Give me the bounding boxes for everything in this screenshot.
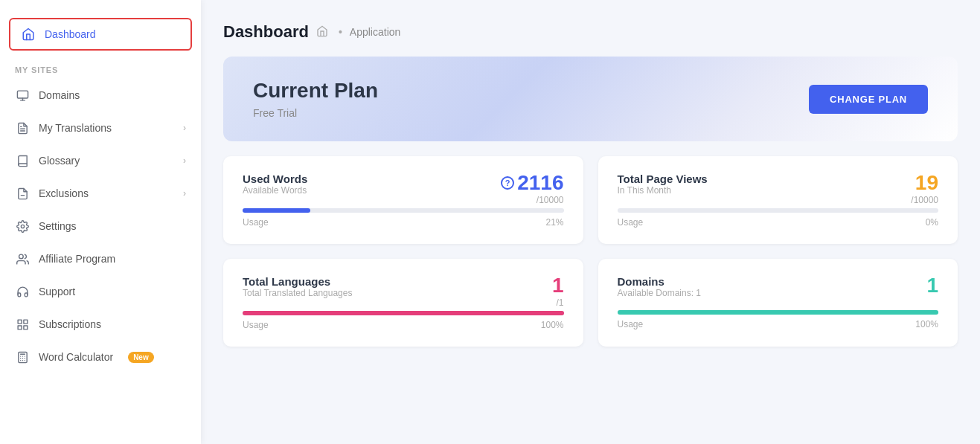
stat-label: Domains [618, 275, 702, 288]
stat-limit: /1 [556, 297, 563, 308]
stat-right: ? 2116 /10000 [501, 173, 563, 205]
svg-rect-11 [18, 325, 22, 329]
stat-card-used-words: Used Words Available Words ? 2116 /10000… [223, 156, 583, 244]
file-minus-icon [15, 186, 30, 201]
progress-track [618, 208, 939, 213]
progress-track [618, 310, 939, 315]
monitor-icon [15, 88, 30, 103]
stat-label: Total Page Views [618, 173, 708, 185]
sidebar-item-label: Dashboard [45, 28, 96, 40]
svg-rect-9 [23, 320, 27, 324]
usage-row: Usage 100% [243, 320, 564, 330]
usage-row: Usage 21% [243, 217, 564, 228]
stat-sublabel: In This Month [618, 185, 708, 196]
users-icon [15, 251, 30, 266]
svg-point-6 [21, 225, 24, 228]
main-content: Dashboard • Application Current Plan Fre… [201, 0, 980, 444]
home-icon [21, 27, 36, 42]
usage-pct: 21% [545, 217, 563, 228]
breadcrumb-separator [316, 25, 328, 39]
stat-right: 1 /1 [552, 275, 564, 308]
plan-info: Current Plan Free Trial [253, 79, 378, 119]
sidebar-item-label: Exclusions [39, 187, 89, 199]
usage-pct: 0% [926, 217, 938, 228]
sidebar-item-label: Settings [39, 220, 77, 232]
stat-sublabel: Available Words [243, 185, 307, 196]
sidebar-item-glossary[interactable]: Glossary › [0, 144, 201, 177]
usage-pct: 100% [915, 319, 938, 329]
progress-fill [618, 310, 939, 315]
usage-label: Usage [618, 319, 644, 329]
stat-limit: /10000 [537, 195, 564, 205]
sidebar-item-affiliate-program[interactable]: Affiliate Program [0, 242, 201, 275]
progress-fill [243, 208, 310, 213]
stat-left: Domains Available Domains: 1 [618, 275, 702, 307]
svg-rect-8 [18, 320, 22, 324]
stat-card-domains: Domains Available Domains: 1 1 Usage 100… [598, 259, 958, 347]
stat-left: Total Languages Total Translated Languag… [243, 275, 352, 307]
usage-row: Usage 0% [618, 217, 939, 228]
chevron-right-icon: › [183, 155, 186, 166]
new-badge: New [128, 352, 154, 363]
stat-limit: /10000 [911, 195, 938, 205]
sidebar-item-settings[interactable]: Settings [0, 210, 201, 242]
sidebar-item-label: My Translations [39, 122, 112, 134]
stat-value-row: ? 2116 [501, 173, 563, 193]
sidebar-item-domains[interactable]: Domains [0, 79, 201, 112]
usage-label: Usage [618, 217, 644, 228]
file-text-icon [15, 120, 30, 135]
stat-header: Total Page Views In This Month 19 /10000 [618, 173, 939, 205]
stat-sublabel: Available Domains: 1 [618, 288, 702, 298]
breadcrumb-title: Dashboard [223, 22, 309, 42]
stat-right: 1 [926, 275, 938, 297]
sidebar-item-my-translations[interactable]: My Translations › [0, 112, 201, 144]
svg-rect-10 [23, 325, 27, 329]
stat-right: 19 /10000 [911, 173, 938, 205]
stat-sublabel: Total Translated Languages [243, 288, 352, 298]
svg-point-7 [19, 254, 23, 259]
stat-value: 19 [915, 173, 938, 193]
sidebar-item-label: Support [39, 286, 75, 297]
stat-value: 2116 [517, 173, 563, 193]
stat-label: Total Languages [243, 275, 352, 288]
sidebar-item-subscriptions[interactable]: Subscriptions [0, 308, 201, 341]
sidebar-item-label: Domains [39, 89, 80, 101]
usage-row: Usage 100% [618, 319, 939, 329]
progress-track [243, 311, 564, 315]
progress-track [243, 208, 564, 213]
usage-label: Usage [243, 217, 269, 228]
stat-value: 1 [926, 275, 938, 296]
plan-banner: Current Plan Free Trial CHANGE PLAN [223, 57, 958, 141]
breadcrumb-dot: • [339, 26, 342, 38]
stat-card-total-page-views: Total Page Views In This Month 19 /10000… [598, 156, 958, 244]
svg-rect-12 [18, 352, 26, 362]
sidebar-item-word-calculator[interactable]: Word Calculator New [0, 341, 201, 373]
sidebar-item-label: Glossary [39, 155, 80, 167]
stats-grid: Used Words Available Words ? 2116 /10000… [223, 156, 958, 347]
breadcrumb-sub: Application [350, 26, 401, 38]
svg-rect-0 [17, 91, 28, 98]
stat-header: Total Languages Total Translated Languag… [243, 275, 564, 308]
stat-label: Used Words [243, 173, 307, 185]
sidebar: Dashboard MY SITES Domains My Translat [0, 0, 201, 444]
chevron-right-icon: › [183, 188, 186, 199]
breadcrumb: Dashboard • Application [223, 22, 958, 42]
sidebar-item-label: Subscriptions [39, 318, 101, 330]
plan-title: Current Plan [253, 79, 378, 103]
plan-subtitle: Free Trial [253, 107, 378, 119]
sidebar-item-dashboard[interactable]: Dashboard [9, 18, 192, 51]
change-plan-button[interactable]: CHANGE PLAN [809, 85, 928, 114]
book-icon [15, 153, 30, 168]
gear-icon [15, 219, 30, 234]
sidebar-item-label: Affiliate Program [39, 253, 115, 265]
help-icon[interactable]: ? [501, 176, 514, 190]
sidebar-item-support[interactable]: Support [0, 275, 201, 308]
stat-value: 1 [552, 275, 564, 296]
sidebar-item-exclusions[interactable]: Exclusions › [0, 177, 201, 210]
chevron-right-icon: › [183, 123, 186, 133]
calculator-icon [15, 350, 30, 364]
stat-left: Used Words Available Words [243, 173, 307, 205]
stat-left: Total Page Views In This Month [618, 173, 708, 205]
sidebar-item-label: Word Calculator [39, 351, 113, 363]
stat-header: Domains Available Domains: 1 1 [618, 275, 939, 307]
